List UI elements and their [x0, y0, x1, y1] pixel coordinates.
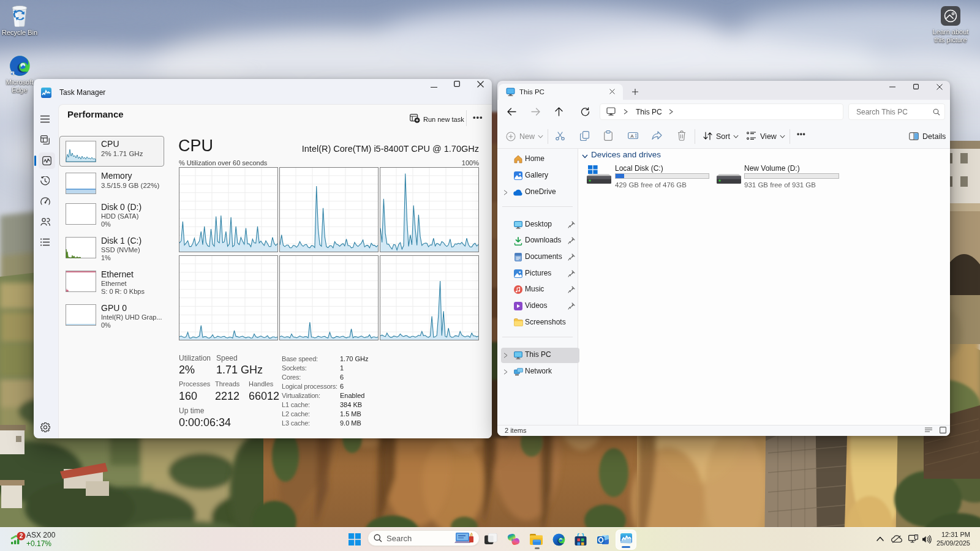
svg-text:A: A: [630, 133, 634, 139]
svg-text:2: 2: [20, 533, 23, 539]
